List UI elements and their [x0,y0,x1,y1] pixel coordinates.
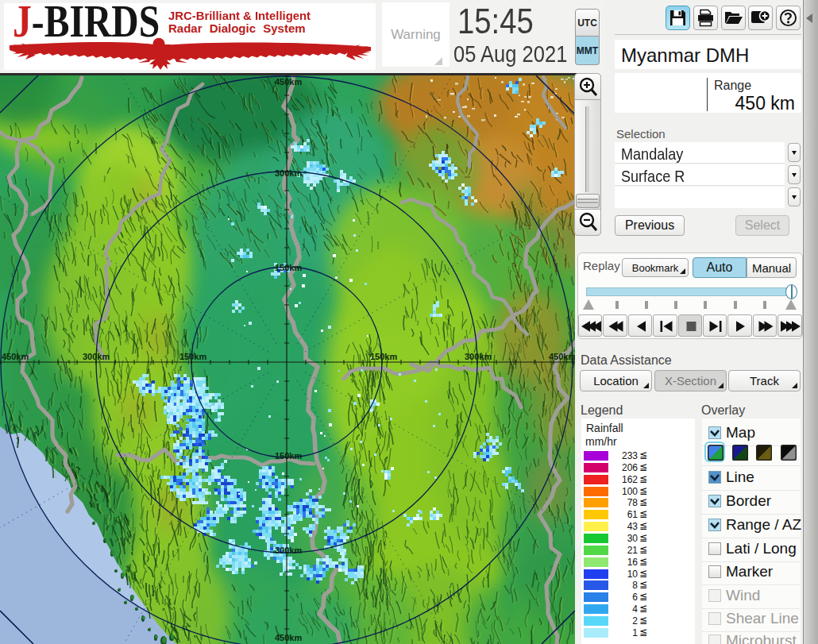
svg-text:300km: 300km [83,352,110,361]
svg-text:450km: 450km [549,352,575,361]
svg-text:300km: 300km [275,168,302,178]
svg-text:450km: 450km [275,633,302,642]
svg-text:150km: 150km [179,352,206,361]
svg-text:450km: 450km [275,77,302,87]
svg-text:150km: 150km [275,263,302,272]
svg-text:300km: 300km [465,352,492,361]
svg-text:150km: 150km [370,352,397,361]
svg-text:450km: 450km [2,352,29,361]
svg-text:150km: 150km [275,451,302,461]
svg-text:300km: 300km [275,546,302,555]
